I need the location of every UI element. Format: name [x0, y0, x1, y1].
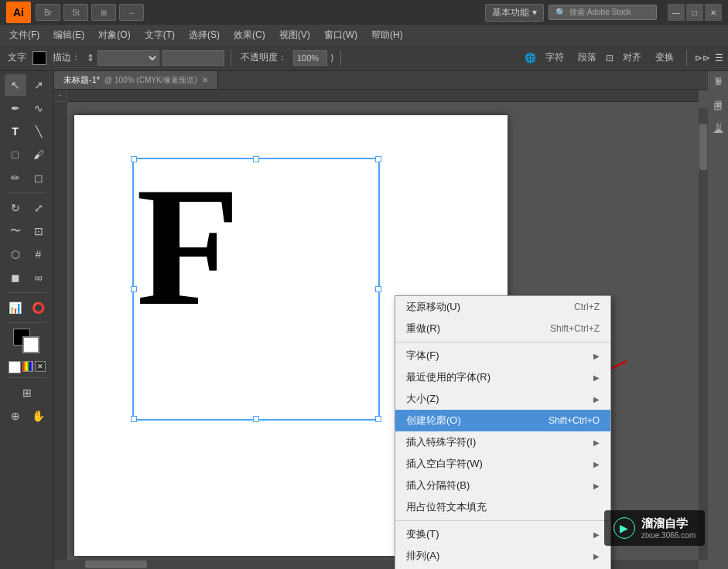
fill-swatch[interactable]: [32, 51, 46, 65]
eraser-tool[interactable]: ◻: [28, 167, 50, 189]
title-icon-group: Br St ⊞ ↔: [36, 4, 144, 21]
layers-panel-btn[interactable]: ⊞ 图层: [709, 97, 726, 114]
more-icon[interactable]: ⊳⊳: [695, 53, 710, 63]
ctx-undo[interactable]: 还原移动(U) Ctrl+Z: [395, 296, 610, 318]
tab-character[interactable]: 字符: [541, 49, 569, 66]
tab-align[interactable]: 对齐: [618, 49, 646, 66]
handle-mr[interactable]: [375, 286, 381, 292]
ctx-size-label: 大小(Z): [406, 392, 439, 406]
ctx-transform[interactable]: 变换(T) ▶: [395, 523, 610, 545]
rectangle-tool[interactable]: □: [5, 144, 26, 165]
color-icon[interactable]: [22, 361, 33, 372]
line-tool[interactable]: ╲: [28, 121, 50, 142]
symbol-tool[interactable]: ⭕: [28, 297, 50, 319]
ctx-font[interactable]: 字体(F) ▶: [395, 345, 610, 366]
toolbar-sep-2: [340, 50, 341, 66]
close-button[interactable]: ✕: [705, 4, 722, 21]
menu-effect[interactable]: 效果(C): [227, 27, 272, 43]
arrange-icon[interactable]: ↔: [119, 4, 144, 21]
ctx-insert-break[interactable]: 插入分隔符(B) ▶: [395, 475, 610, 496]
menu-type[interactable]: 文字(T): [138, 27, 181, 43]
ctx-redo[interactable]: 重做(R) Shift+Ctrl+Z: [395, 318, 610, 339]
menu-icon[interactable]: ☰: [715, 53, 723, 63]
stroke-color[interactable]: [22, 336, 39, 353]
none-icon[interactable]: ✕: [35, 361, 46, 372]
perspective-tool[interactable]: ⬡: [5, 244, 26, 265]
ctx-insert-whitespace[interactable]: 插入空白字符(W) ▶: [395, 453, 610, 475]
ctx-font-label: 字体(F): [406, 349, 439, 363]
zoom-tool[interactable]: ⊕: [5, 405, 26, 427]
warp-tool[interactable]: 〜: [5, 220, 26, 242]
tab-paragraph[interactable]: 段落: [573, 49, 601, 66]
tool-row-6: ↻ ⤢: [5, 197, 50, 219]
ctx-size[interactable]: 大小(Z) ▶: [395, 388, 610, 410]
minimize-button[interactable]: —: [668, 4, 685, 21]
menu-object[interactable]: 对象(O): [92, 27, 136, 43]
selection-tool[interactable]: ↖: [5, 74, 26, 96]
ctx-arrange[interactable]: 排列(A) ▶: [395, 545, 610, 567]
search-icon: 🔍: [555, 8, 566, 18]
handle-bl[interactable]: [131, 416, 137, 422]
canvas-area: 未标题-1* @ 100% (CMYK/像素预览) ✕ + F: [54, 71, 708, 569]
type-tool[interactable]: T: [5, 121, 26, 142]
artboard-tool[interactable]: ⊞: [16, 382, 38, 404]
library-icon: ☁: [713, 123, 723, 135]
ctx-recent-font[interactable]: 最近使用的字体(R) ▶: [395, 366, 610, 388]
stock-icon[interactable]: St: [63, 4, 88, 21]
library-panel-btn[interactable]: ☁ 库: [709, 121, 726, 138]
handle-tm[interactable]: [253, 156, 259, 162]
bridge-icon[interactable]: Br: [36, 4, 60, 21]
hand-tool[interactable]: ✋: [28, 405, 50, 427]
maximize-button[interactable]: □: [686, 4, 703, 21]
chart-tool[interactable]: 📊: [5, 297, 26, 319]
ctx-placeholder[interactable]: 用占位符文本填充: [395, 496, 610, 518]
rotate-tool[interactable]: ↻: [5, 197, 26, 219]
global-icon[interactable]: 🌐: [525, 53, 536, 63]
opacity-input[interactable]: [293, 50, 327, 66]
ctx-sep-1: [395, 342, 610, 342]
mesh-tool[interactable]: #: [28, 244, 50, 265]
pen-tool[interactable]: ✒: [5, 97, 26, 119]
ctx-undo-label: 还原移动(U): [406, 300, 460, 314]
tool-row-zoom: ⊕ ✋: [5, 405, 50, 427]
scrollbar-vertical[interactable]: [699, 108, 708, 560]
pencil-tool[interactable]: ✏: [5, 167, 26, 189]
scrollbar-h-thumb[interactable]: [85, 560, 147, 568]
document-tab[interactable]: 未标题-1* @ 100% (CMYK/像素预览) ✕: [54, 71, 218, 89]
free-transform-tool[interactable]: ⊡: [28, 220, 50, 242]
tab-close-button[interactable]: ✕: [202, 76, 208, 84]
menu-help[interactable]: 帮助(H): [365, 27, 409, 43]
curvature-tool[interactable]: ∿: [28, 97, 50, 119]
handle-tr[interactable]: [375, 156, 381, 162]
toolbar-right-tabs: 🌐 字符 段落 ⊡ 对齐 变换 ⊳⊳ ☰: [525, 49, 723, 66]
ctx-recent-font-arrow: ▶: [593, 373, 600, 382]
scale-tool[interactable]: ⤢: [28, 197, 50, 219]
align-icon[interactable]: ⊡: [606, 53, 614, 63]
tools-sep-3: [8, 322, 46, 323]
menu-file[interactable]: 文件(F): [3, 27, 46, 43]
ctx-sep-2: [395, 520, 610, 521]
menu-window[interactable]: 窗口(W): [318, 27, 364, 43]
properties-panel-btn[interactable]: ≡ 属性: [709, 74, 726, 91]
stroke-selector[interactable]: [97, 50, 159, 66]
handle-br[interactable]: [375, 416, 381, 422]
menu-view[interactable]: 视图(V): [273, 27, 316, 43]
paintbrush-tool[interactable]: 🖌: [28, 144, 50, 165]
handle-bm[interactable]: [253, 416, 259, 422]
direct-selection-tool[interactable]: ↗: [28, 74, 50, 96]
gradient-tool[interactable]: ◼: [5, 267, 26, 288]
menu-select[interactable]: 选择(S): [183, 27, 226, 43]
ctx-create-outlines-label: 创建轮廓(O): [406, 414, 461, 428]
menu-edit[interactable]: 编辑(E): [47, 27, 91, 43]
stock-search[interactable]: 🔍 搜索 Adobe Stock: [549, 5, 657, 20]
scrollbar-v-thumb[interactable]: [699, 124, 707, 170]
tab-transform[interactable]: 变换: [651, 49, 678, 66]
blend-tool[interactable]: ∞: [28, 267, 50, 288]
ctx-create-outlines[interactable]: 创建轮廓(O) Shift+Ctrl+O: [395, 410, 610, 431]
stroke-value-input[interactable]: [162, 50, 224, 66]
layout-icon[interactable]: ⊞: [91, 4, 116, 21]
workspace-selector[interactable]: 基本功能 ▾: [485, 4, 544, 22]
fill-icon[interactable]: [9, 361, 21, 373]
ctx-insert-special[interactable]: 插入特殊字符(I) ▶: [395, 431, 610, 453]
stroke-arrows: ⇕: [87, 53, 94, 63]
